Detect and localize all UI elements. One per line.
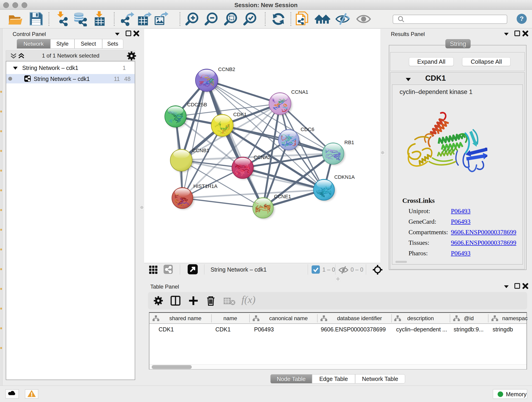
svg-text:HIST1H1A: HIST1H1A — [193, 183, 217, 189]
svg-text:CDK1: CDK1 — [233, 112, 247, 117]
svg-text:CDC6: CDC6 — [301, 127, 314, 132]
svg-text:CDKN1A: CDKN1A — [334, 174, 355, 180]
svg-text:CCNE1: CCNE1 — [274, 194, 291, 199]
svg-text:CCNB1: CCNB1 — [192, 148, 209, 153]
svg-text:CCNA1: CCNA1 — [291, 89, 308, 95]
svg-text:CCNA2: CCNA2 — [254, 154, 271, 160]
svg-text:CCNB2: CCNB2 — [218, 66, 235, 72]
svg-text:?: ? — [520, 15, 524, 22]
svg-text:CDC25B: CDC25B — [187, 102, 207, 108]
svg-text:RB1: RB1 — [344, 140, 354, 145]
